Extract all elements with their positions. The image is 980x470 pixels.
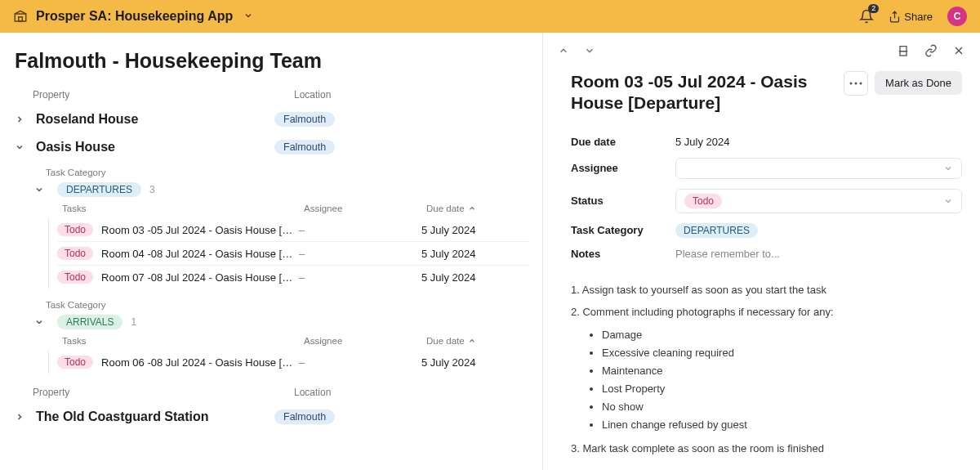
task-row[interactable]: TodoRoom 06 -08 Jul 2024 - Oasis House […: [57, 351, 529, 374]
property-name: Oasis House: [36, 140, 115, 154]
chevron-down-icon[interactable]: [29, 185, 49, 195]
location-chip: Falmouth: [274, 410, 335, 424]
task-due-date: 5 July 2024: [421, 356, 529, 369]
more-button[interactable]: [844, 71, 868, 96]
workspace-icon: [13, 9, 28, 24]
collapse-up-icon[interactable]: [558, 45, 569, 59]
note-bullet: Excessive cleaning required: [602, 344, 962, 362]
note-bullet: Lost Property: [602, 380, 962, 398]
note-bullet: Damage: [602, 326, 962, 344]
property-row-roseland[interactable]: Roseland House Falmouth: [13, 105, 529, 133]
task-assignee: –: [299, 224, 421, 236]
status-label: Status: [571, 195, 675, 207]
property-name: Roseland House: [36, 112, 138, 127]
col-assignee: Assignee: [304, 336, 426, 346]
status-chip: Todo: [57, 223, 93, 236]
task-title: Room 04 -08 Jul 2024 - Oasis House [Depa…: [101, 248, 299, 260]
note-bullet: Maintenance: [602, 362, 962, 380]
notifications-button[interactable]: 2: [859, 9, 874, 24]
notification-badge: 2: [868, 4, 879, 13]
task-row[interactable]: TodoRoom 07 -08 Jul 2024 - Oasis House […: [57, 266, 529, 289]
col-due-date: Due date: [426, 336, 465, 346]
share-button[interactable]: Share: [889, 11, 933, 23]
property-row-coastguard[interactable]: The Old Coastguard Station Falmouth: [13, 403, 529, 431]
collapse-down-icon[interactable]: [584, 45, 595, 59]
task-due-date: 5 July 2024: [421, 224, 529, 236]
due-date-value[interactable]: 5 July 2024: [675, 136, 962, 148]
category-value[interactable]: DEPARTURES: [675, 223, 758, 238]
chevron-down-icon: [943, 163, 953, 173]
close-icon[interactable]: [952, 44, 965, 60]
location-chip: Falmouth: [274, 140, 335, 154]
mark-as-done-button[interactable]: Mark as Done: [875, 71, 962, 95]
chevron-right-icon[interactable]: [13, 114, 26, 124]
col-property: Property: [33, 89, 294, 101]
notes-body[interactable]: 1. Assign task to yourself as soon as yo…: [543, 273, 980, 471]
col-due-date: Due date: [426, 204, 465, 213]
sort-asc-icon[interactable]: [468, 337, 476, 345]
task-due-date: 5 July 2024: [421, 248, 529, 260]
top-bar: Prosper SA: Housekeeping App 2 Share C: [0, 0, 980, 33]
category-chip-departures: DEPARTURES: [57, 182, 141, 197]
status-select[interactable]: Todo: [675, 189, 962, 213]
page-title: Falmouth - Housekeeping Team: [13, 49, 529, 87]
col-assignee: Assignee: [304, 204, 426, 213]
print-icon[interactable]: [897, 44, 910, 60]
property-name: The Old Coastguard Station: [36, 410, 209, 424]
task-assignee: –: [299, 248, 421, 260]
category-row-departures[interactable]: DEPARTURES 3: [29, 182, 529, 197]
col-tasks: Tasks: [62, 204, 304, 213]
property-row-oasis[interactable]: Oasis House Falmouth: [13, 133, 529, 161]
task-row[interactable]: TodoRoom 04 -08 Jul 2024 - Oasis House […: [57, 242, 529, 266]
category-count: 1: [131, 316, 136, 328]
task-title: Room 06 -08 Jul 2024 - Oasis House [Arri…: [101, 356, 299, 369]
due-date-label: Due date: [571, 136, 675, 148]
workspace-title[interactable]: Prosper SA: Housekeeping App: [36, 9, 233, 24]
location-chip: Falmouth: [274, 112, 335, 127]
chevron-down-icon[interactable]: [13, 142, 26, 152]
note-step-2: 2. Comment including photographs if nece…: [571, 304, 962, 320]
chevron-down-icon[interactable]: [243, 10, 253, 23]
status-chip: Todo: [57, 271, 93, 284]
link-icon[interactable]: [924, 44, 938, 60]
sort-asc-icon[interactable]: [468, 204, 476, 213]
col-tasks: Tasks: [62, 336, 304, 346]
status-chip: Todo: [57, 247, 93, 260]
status-value: Todo: [684, 194, 722, 208]
note-bullet: No show: [602, 398, 962, 416]
notes-label: Notes: [571, 248, 675, 260]
task-list-pane: Falmouth - Housekeeping Team Property Lo…: [0, 33, 543, 470]
category-row-arrivals[interactable]: ARRIVALS 1: [29, 315, 529, 329]
task-row[interactable]: TodoRoom 03 -05 Jul 2024 - Oasis House […: [57, 218, 529, 242]
svg-point-7: [855, 83, 858, 85]
assignee-label: Assignee: [571, 162, 675, 174]
col-property: Property: [33, 387, 294, 398]
status-chip: Todo: [57, 356, 93, 369]
avatar[interactable]: C: [947, 7, 967, 26]
task-detail-pane: Room 03 -05 Jul 2024 - Oasis House [Depa…: [543, 33, 980, 470]
chevron-right-icon[interactable]: [13, 412, 26, 422]
task-title: Room 07 -08 Jul 2024 - Oasis House [Depa…: [101, 271, 299, 284]
task-category-label: Task Category: [29, 168, 529, 177]
chevron-down-icon: [943, 196, 953, 206]
task-assignee: –: [299, 356, 421, 369]
notes-placeholder[interactable]: Please remember to...: [675, 248, 962, 260]
svg-rect-3: [900, 51, 906, 56]
note-step-3: 3. Mark task complete as soon as the roo…: [571, 441, 962, 457]
chevron-down-icon[interactable]: [29, 317, 49, 327]
svg-rect-1: [19, 17, 23, 21]
category-count: 3: [149, 184, 155, 195]
svg-point-8: [860, 83, 862, 85]
note-bullet: Linen change refused by guest: [602, 416, 962, 434]
task-detail-title: Room 03 -05 Jul 2024 - Oasis House [Depa…: [571, 71, 834, 114]
note-step-1: 1. Assign task to yourself as soon as yo…: [571, 282, 962, 298]
task-assignee: –: [299, 271, 421, 284]
category-label: Task Category: [571, 224, 675, 236]
category-chip-arrivals: ARRIVALS: [57, 315, 122, 329]
col-location: Location: [294, 387, 457, 398]
assignee-select[interactable]: [675, 158, 962, 179]
share-label: Share: [904, 11, 933, 23]
task-title: Room 03 -05 Jul 2024 - Oasis House [Depa…: [101, 224, 299, 236]
col-location: Location: [294, 89, 457, 101]
task-category-label: Task Category: [29, 300, 529, 310]
